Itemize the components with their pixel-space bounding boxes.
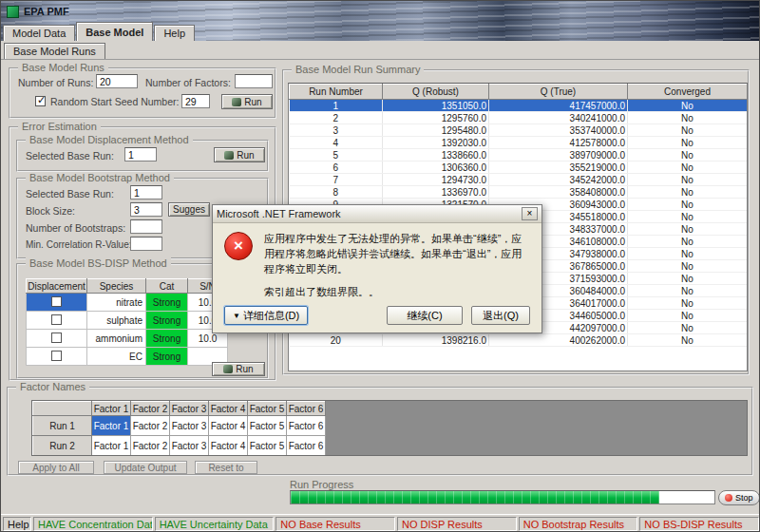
group-title-bootstrap: Base Model Bootstrap Method: [26, 172, 174, 183]
min-correlation-input[interactable]: [130, 237, 162, 251]
group-title-bs-disp: Base Model BS-DISP Method: [26, 257, 171, 269]
displacement-checkbox[interactable]: [51, 314, 62, 325]
run-number-cell: 3: [290, 124, 383, 137]
summary-row[interactable]: 201398216.0400262000.0No: [290, 334, 748, 347]
disp-selected-base-run-input[interactable]: [124, 147, 157, 162]
displacement-checkbox[interactable]: [51, 351, 62, 361]
displacement-cell[interactable]: [27, 330, 87, 348]
bs-disp-row[interactable]: ammoniumStrong10.0: [27, 330, 228, 348]
converged-cell: No: [628, 273, 748, 285]
displacement-cell[interactable]: [27, 312, 87, 330]
continue-button[interactable]: 继续(C): [387, 306, 463, 325]
factor-row-header[interactable]: Run 2: [33, 436, 92, 456]
summary-row[interactable]: 21295760.0340241000.0No: [290, 112, 748, 124]
displacement-checkbox[interactable]: [51, 296, 62, 307]
run-number-cell: 5: [290, 149, 383, 162]
dialog-buttons: ▼ 详细信息(D) 继续(C) 退出(Q): [224, 306, 530, 325]
factor-name-cell[interactable]: Factor 1: [92, 436, 131, 456]
status-have-concentration-data: HAVE Concentration Data: [33, 517, 153, 531]
boot-selected-base-run-label: Selected Base Run:: [26, 188, 114, 200]
random-seed-input[interactable]: [181, 94, 210, 108]
apply-to-all-button[interactable]: Apply to All: [18, 461, 94, 474]
tab-model-data[interactable]: Model Data: [3, 25, 75, 41]
run-number-cell: 8: [290, 186, 383, 199]
category-cell: Strong: [146, 312, 188, 330]
factor-tbody: Run 1Factor 1Factor 2Factor 3Factor 4Fac…: [33, 416, 326, 456]
random-seed-checkbox[interactable]: [35, 96, 46, 106]
status-have-uncertainty-data: HAVE Uncertainty Data: [155, 517, 275, 531]
run-icon: [223, 365, 233, 373]
converged-cell: No: [628, 149, 748, 162]
dialog-error-detail: 索引超出了数组界限。。: [264, 285, 530, 300]
update-output-button[interactable]: Update Output: [104, 461, 187, 474]
tab-help[interactable]: Help: [154, 25, 195, 41]
tab-base-model-runs[interactable]: Base Model Runs: [4, 43, 105, 59]
summary-row[interactable]: 61306360.0355219000.0No: [290, 162, 748, 174]
factor-column-header: Factor 3: [170, 402, 209, 416]
category-cell: Strong: [146, 330, 188, 348]
number-of-bootstraps-input[interactable]: [130, 219, 162, 234]
q-true-cell: 417457000.0: [489, 100, 628, 112]
tab-base-model[interactable]: Base Model: [76, 22, 153, 41]
bs-disp-tbody: nitrateStrong10.0sulphateStrong10.0ammon…: [27, 294, 228, 366]
dialog-close-icon[interactable]: ×: [522, 207, 538, 220]
q-robust-cell: 1351050.0: [383, 100, 489, 112]
number-of-bootstraps-label: Number of Bootstraps:: [26, 222, 125, 234]
reset-to-button[interactable]: Reset to: [195, 461, 257, 474]
quit-button[interactable]: 退出(Q): [471, 306, 530, 325]
summary-row[interactable]: 51338660.0389709000.0No: [290, 149, 748, 162]
converged-cell: No: [628, 137, 748, 149]
q-robust-cell: 1306360.0: [383, 162, 489, 174]
q-true-cell: 400262000.0: [489, 334, 628, 347]
q-true-cell: 389709000.0: [489, 149, 628, 162]
factor-name-cell[interactable]: Factor 2: [131, 416, 170, 436]
boot-selected-base-run-input[interactable]: [130, 185, 162, 200]
factor-row-header[interactable]: Run 1: [33, 416, 92, 436]
bs-disp-row[interactable]: ECStrong: [27, 348, 228, 366]
category-cell: Strong: [146, 348, 188, 366]
factor-name-cell[interactable]: Factor 6: [287, 416, 326, 436]
summary-row[interactable]: 31295480.0353740000.0No: [290, 124, 748, 137]
number-of-factors-input[interactable]: [235, 74, 273, 88]
q-true-cell: 353740000.0: [489, 124, 628, 137]
summary-row[interactable]: 71294730.0345242000.0No: [290, 174, 748, 186]
bs-disp-row[interactable]: sulphateStrong10.0: [27, 312, 228, 330]
converged-cell: No: [628, 211, 748, 223]
bs-disp-row[interactable]: nitrateStrong10.0: [27, 294, 228, 312]
q-robust-cell: 1392030.0: [383, 137, 489, 149]
factor-name-cell[interactable]: Factor 4: [209, 436, 248, 456]
suggest-button[interactable]: Sugges: [168, 202, 210, 217]
stop-button[interactable]: Stop: [718, 490, 760, 505]
factor-name-cell[interactable]: Factor 3: [170, 436, 209, 456]
dotnet-error-dialog: Microsoft .NET Framework × × 应用程序中发生了无法处…: [212, 204, 542, 333]
q-true-cell: 340241000.0: [489, 112, 628, 124]
summary-row[interactable]: 11351050.0417457000.0No: [290, 100, 748, 112]
factor-name-cell[interactable]: Factor 4: [209, 416, 248, 436]
displacement-cell[interactable]: [27, 348, 87, 366]
details-button[interactable]: ▼ 详细信息(D): [224, 306, 308, 325]
displacement-cell[interactable]: [27, 294, 87, 312]
group-title-base-model-runs: Base Model Runs: [18, 62, 108, 73]
base-run-button[interactable]: Run: [221, 94, 273, 109]
app-window: EPA PMF Model DataBase ModelHelp Base Mo…: [0, 0, 760, 532]
number-of-runs-input[interactable]: [96, 74, 138, 88]
factor-name-cell[interactable]: Factor 5: [248, 416, 287, 436]
converged-cell: No: [628, 174, 748, 186]
factor-name-cell[interactable]: Factor 6: [287, 436, 326, 456]
disp-selected-base-run-label: Selected Base Run:: [26, 150, 114, 162]
displacement-checkbox[interactable]: [51, 332, 62, 343]
factor-name-cell[interactable]: Factor 1: [92, 416, 131, 436]
app-title: EPA PMF: [24, 6, 69, 17]
factor-name-cell[interactable]: Factor 5: [248, 436, 287, 456]
status-no-bs-disp-results: NO BS-DISP Results: [639, 517, 759, 531]
title-bar: EPA PMF: [1, 1, 759, 22]
block-size-input[interactable]: [130, 202, 162, 217]
factor-name-cell[interactable]: Factor 3: [170, 416, 209, 436]
converged-cell: No: [628, 162, 748, 174]
factor-name-cell[interactable]: Factor 2: [131, 436, 170, 456]
converged-cell: No: [628, 186, 748, 199]
disp-run-button[interactable]: Run: [214, 147, 265, 162]
summary-row[interactable]: 81336970.0358408000.0No: [290, 186, 748, 199]
bs-disp-run-button[interactable]: Run: [212, 362, 265, 376]
summary-row[interactable]: 41392030.0412578000.0No: [290, 137, 748, 149]
